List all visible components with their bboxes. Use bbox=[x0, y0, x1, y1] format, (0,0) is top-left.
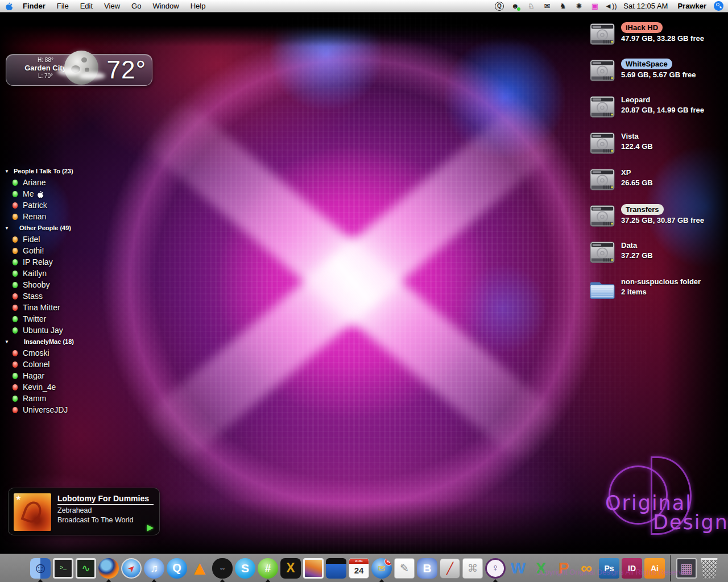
buddy-contact[interactable]: Hagar bbox=[3, 370, 74, 381]
buddy-contact[interactable]: Shooby bbox=[3, 279, 74, 290]
desktop-icon-whitespace[interactable]: WhiteSpace5.69 GB, 5.67 GB free bbox=[589, 57, 726, 93]
fast-user-switch-menu[interactable]: Prawker bbox=[675, 2, 709, 10]
display-menu-icon[interactable]: ▣ bbox=[589, 1, 600, 11]
buddy-group-header[interactable]: ▼InsanelyMac (18) bbox=[3, 336, 74, 347]
vlc-icon[interactable]: ▲ bbox=[189, 556, 210, 581]
switch-lever-icon[interactable]: ╱ bbox=[439, 556, 461, 581]
hard-drive-icon[interactable] bbox=[589, 240, 615, 265]
hard-drive-icon[interactable] bbox=[589, 58, 615, 83]
finder-icon[interactable]: ☺ bbox=[30, 556, 51, 581]
terminal-icon[interactable]: >_ bbox=[52, 556, 74, 581]
weather-widget[interactable]: H: 88° Garden City L: 70° 72° bbox=[6, 54, 152, 86]
buddy-contact[interactable]: Kevin_4e bbox=[3, 381, 74, 393]
quicktime-icon[interactable]: Q bbox=[166, 556, 188, 581]
minimized-window-icon[interactable]: ▦ bbox=[676, 556, 697, 581]
icon-name[interactable]: iHack HD bbox=[621, 22, 704, 33]
menu-clock[interactable]: Sat 12:05 AM bbox=[621, 2, 670, 10]
apple-menu[interactable] bbox=[0, 0, 17, 13]
mail-globe-icon[interactable]: ✉4 bbox=[371, 556, 392, 581]
hard-drive-icon[interactable] bbox=[589, 131, 615, 156]
collapse-triangle-icon[interactable]: ▼ bbox=[5, 339, 9, 344]
desktop-icon-transfers[interactable]: Transfers37.25 GB, 30.87 GB free bbox=[589, 202, 726, 239]
ical-icon[interactable]: AUG24 bbox=[348, 556, 370, 581]
buddy-contact[interactable]: IP Relay bbox=[3, 256, 74, 268]
buddy-contact[interactable]: Twitter bbox=[3, 313, 74, 325]
folder-icon[interactable] bbox=[589, 276, 615, 301]
menu-finder[interactable]: Finder bbox=[17, 0, 51, 13]
mail-menu-icon[interactable]: ✉ bbox=[541, 1, 552, 11]
buddy-contact[interactable]: Fidel bbox=[3, 234, 74, 245]
desktop-icon-data[interactable]: Data37.27 GB bbox=[589, 239, 726, 275]
xtorrent-icon[interactable]: X bbox=[280, 556, 301, 581]
iphoto-icon[interactable] bbox=[303, 556, 324, 581]
buddy-contact[interactable]: Me bbox=[3, 188, 74, 199]
menu-view[interactable]: View bbox=[98, 0, 126, 13]
paw-print-icon[interactable]: ✺ bbox=[573, 1, 584, 11]
squirrel-menu-icon[interactable]: ♞ bbox=[557, 1, 568, 11]
quicksilver-icon[interactable]: Q bbox=[494, 1, 504, 11]
buddy-contact[interactable]: Colonel bbox=[3, 359, 74, 370]
desktop-icon-ihack-hd[interactable]: iHack HD47.97 GB, 33.28 GB free bbox=[589, 20, 726, 57]
powerpoint-icon[interactable]: P bbox=[553, 556, 574, 581]
activity-monitor-icon[interactable]: ∿ bbox=[75, 556, 97, 581]
menu-go[interactable]: Go bbox=[126, 0, 147, 13]
hard-drive-icon[interactable] bbox=[589, 203, 615, 228]
safari-icon[interactable]: ➤ bbox=[121, 556, 142, 581]
buddy-contact[interactable]: Ariane bbox=[3, 177, 74, 188]
menu-edit[interactable]: Edit bbox=[75, 0, 98, 13]
collapse-triangle-icon[interactable]: ▼ bbox=[5, 169, 9, 174]
purple-ring-icon[interactable]: ♀ bbox=[485, 556, 506, 581]
itunes-icon[interactable]: ♫ bbox=[143, 556, 165, 581]
excel-icon[interactable]: X bbox=[530, 556, 552, 581]
collapse-triangle-icon[interactable]: ▼ bbox=[5, 226, 9, 231]
trash-icon[interactable] bbox=[698, 556, 720, 581]
word-icon[interactable]: W bbox=[507, 556, 529, 581]
hard-drive-icon[interactable] bbox=[589, 94, 615, 119]
buddy-contact[interactable]: Kaitlyn bbox=[3, 268, 74, 279]
desktop-icon-non-suspucious-folder[interactable]: non-suspucious folder2 items bbox=[589, 275, 726, 311]
icon-name[interactable]: WhiteSpace bbox=[621, 59, 696, 69]
rabbit-sketch-icon[interactable]: ♘ bbox=[526, 1, 536, 11]
bbedit-icon[interactable]: B bbox=[416, 556, 438, 581]
adium-icon[interactable]: ◦◦ bbox=[212, 556, 233, 581]
buddy-contact[interactable]: Stass bbox=[3, 290, 74, 302]
icon-name[interactable]: Vista bbox=[621, 131, 653, 141]
now-playing-widget[interactable]: ★ Lobotomy For Dummies Zebrahead Broadca… bbox=[8, 488, 160, 535]
indesign-icon[interactable]: ID bbox=[621, 556, 643, 581]
desktop-icon-xp[interactable]: XP26.65 GB bbox=[589, 166, 726, 202]
skype-icon[interactable]: S bbox=[234, 556, 256, 581]
apple-box-icon[interactable]: ⌘ bbox=[462, 556, 483, 581]
icon-name[interactable]: Data bbox=[621, 240, 653, 250]
buddy-contact[interactable]: Ubuntu Jay bbox=[3, 325, 74, 336]
menu-help[interactable]: Help bbox=[185, 0, 212, 13]
icon-name[interactable]: Leopard bbox=[621, 95, 704, 105]
buddy-group-header[interactable]: ▼Other People (49) bbox=[3, 222, 74, 234]
buddy-contact[interactable]: Gothi! bbox=[3, 245, 74, 256]
hard-drive-icon[interactable] bbox=[589, 167, 615, 192]
buddy-contact[interactable]: Cmoski bbox=[3, 347, 74, 359]
buddy-contact[interactable]: UniverseJDJ bbox=[3, 404, 74, 415]
icon-name[interactable]: non-suspucious folder bbox=[621, 277, 701, 286]
icon-name[interactable]: XP bbox=[621, 168, 653, 177]
buddy-contact[interactable]: Patrick bbox=[3, 199, 74, 211]
adium-menu-icon[interactable]: ☻ bbox=[510, 1, 520, 11]
illustrator-icon[interactable]: Ai bbox=[644, 556, 665, 581]
volume-icon[interactable]: ◄)) bbox=[605, 1, 616, 11]
hard-drive-icon[interactable] bbox=[589, 22, 615, 47]
spotlight-icon[interactable] bbox=[714, 1, 723, 11]
buddy-contact[interactable]: Ramm bbox=[3, 393, 74, 404]
menu-file[interactable]: File bbox=[51, 0, 75, 13]
buddy-contact[interactable]: Renan bbox=[3, 211, 74, 222]
desktop-icon-vista[interactable]: Vista122.4 GB bbox=[589, 130, 726, 166]
textedit-icon[interactable]: ✎ bbox=[394, 556, 415, 581]
colloquy-icon[interactable]: # bbox=[257, 556, 279, 581]
menu-window[interactable]: Window bbox=[147, 0, 184, 13]
icon-name[interactable]: Transfers bbox=[621, 204, 704, 215]
photoshop-icon[interactable]: Ps bbox=[598, 556, 620, 581]
buddy-contact[interactable]: Tina Mitter bbox=[3, 302, 74, 313]
play-icon[interactable]: ▶ bbox=[147, 522, 154, 533]
firefox-icon[interactable] bbox=[98, 556, 119, 581]
entourage-icon[interactable]: ∞ bbox=[576, 556, 597, 581]
desktop-icon-leopard[interactable]: Leopard20.87 GB, 14.99 GB free bbox=[589, 93, 726, 130]
buddy-group-header[interactable]: ▼People I Talk To (23) bbox=[3, 165, 74, 177]
